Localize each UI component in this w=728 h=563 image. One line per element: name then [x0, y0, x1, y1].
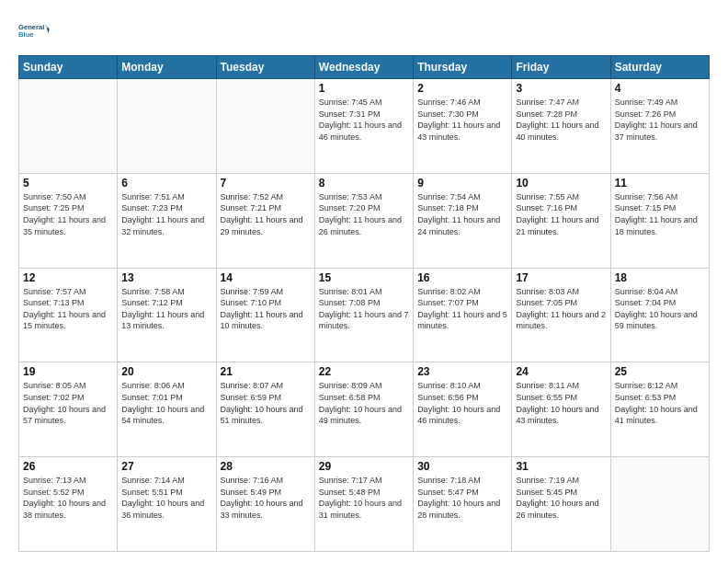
day-info: Sunrise: 7:53 AM Sunset: 7:20 PM Dayligh… — [319, 191, 409, 237]
page: GeneralBlue SundayMondayTuesdayWednesday… — [0, 0, 728, 563]
day-cell: 25Sunrise: 8:12 AM Sunset: 6:53 PM Dayli… — [610, 362, 709, 457]
week-row-1: 5Sunrise: 7:50 AM Sunset: 7:25 PM Daylig… — [19, 173, 710, 268]
day-number: 27 — [121, 460, 211, 473]
day-cell: 16Sunrise: 8:02 AM Sunset: 7:07 PM Dayli… — [414, 268, 512, 362]
day-info: Sunrise: 7:13 AM Sunset: 5:52 PM Dayligh… — [23, 475, 113, 521]
day-cell: 15Sunrise: 8:01 AM Sunset: 7:08 PM Dayli… — [314, 268, 413, 362]
svg-text:General: General — [18, 23, 44, 31]
day-info: Sunrise: 7:59 AM Sunset: 7:10 PM Dayligh… — [221, 286, 311, 332]
day-number: 20 — [121, 365, 211, 378]
day-cell: 17Sunrise: 8:03 AM Sunset: 7:05 PM Dayli… — [512, 268, 610, 362]
day-cell: 18Sunrise: 8:04 AM Sunset: 7:04 PM Dayli… — [610, 268, 709, 362]
day-number: 12 — [23, 271, 113, 284]
day-cell: 9Sunrise: 7:54 AM Sunset: 7:18 PM Daylig… — [414, 173, 512, 268]
day-cell: 14Sunrise: 7:59 AM Sunset: 7:10 PM Dayli… — [216, 268, 314, 362]
weekday-header-wednesday: Wednesday — [314, 56, 413, 79]
day-info: Sunrise: 8:09 AM Sunset: 6:58 PM Dayligh… — [319, 380, 409, 426]
day-number: 5 — [23, 177, 113, 190]
day-cell — [19, 79, 118, 174]
day-cell: 12Sunrise: 7:57 AM Sunset: 7:13 PM Dayli… — [19, 268, 118, 362]
day-cell: 20Sunrise: 8:06 AM Sunset: 7:01 PM Dayli… — [118, 362, 216, 457]
day-info: Sunrise: 7:45 AM Sunset: 7:31 PM Dayligh… — [319, 97, 409, 143]
day-cell: 19Sunrise: 8:05 AM Sunset: 7:02 PM Dayli… — [19, 362, 118, 457]
day-info: Sunrise: 8:02 AM Sunset: 7:07 PM Dayligh… — [417, 286, 507, 332]
day-info: Sunrise: 7:55 AM Sunset: 7:16 PM Dayligh… — [516, 191, 606, 237]
day-number: 13 — [121, 271, 211, 284]
day-cell: 30Sunrise: 7:18 AM Sunset: 5:47 PM Dayli… — [414, 457, 512, 552]
day-cell: 8Sunrise: 7:53 AM Sunset: 7:20 PM Daylig… — [314, 173, 413, 268]
day-number: 24 — [516, 365, 606, 378]
day-number: 18 — [615, 271, 705, 284]
day-info: Sunrise: 7:58 AM Sunset: 7:12 PM Dayligh… — [121, 286, 211, 332]
day-cell: 6Sunrise: 7:51 AM Sunset: 7:23 PM Daylig… — [118, 173, 216, 268]
day-cell — [216, 79, 314, 174]
day-cell: 2Sunrise: 7:46 AM Sunset: 7:30 PM Daylig… — [414, 79, 512, 174]
svg-text:Blue: Blue — [18, 30, 34, 39]
day-info: Sunrise: 8:12 AM Sunset: 6:53 PM Dayligh… — [615, 380, 705, 426]
week-row-4: 26Sunrise: 7:13 AM Sunset: 5:52 PM Dayli… — [19, 457, 710, 552]
calendar-table: SundayMondayTuesdayWednesdayThursdayFrid… — [18, 55, 710, 552]
day-info: Sunrise: 7:54 AM Sunset: 7:18 PM Dayligh… — [417, 191, 507, 237]
day-number: 29 — [319, 460, 409, 473]
day-number: 10 — [516, 177, 606, 190]
weekday-header-thursday: Thursday — [414, 56, 512, 79]
day-number: 4 — [615, 82, 705, 95]
week-row-3: 19Sunrise: 8:05 AM Sunset: 7:02 PM Dayli… — [19, 362, 710, 457]
day-number: 1 — [319, 82, 409, 95]
logo-icon: GeneralBlue — [18, 15, 51, 48]
day-info: Sunrise: 7:16 AM Sunset: 5:49 PM Dayligh… — [221, 475, 311, 521]
day-cell: 29Sunrise: 7:17 AM Sunset: 5:48 PM Dayli… — [314, 457, 413, 552]
day-info: Sunrise: 8:07 AM Sunset: 6:59 PM Dayligh… — [221, 380, 311, 426]
day-info: Sunrise: 8:03 AM Sunset: 7:05 PM Dayligh… — [516, 286, 606, 332]
day-cell: 31Sunrise: 7:19 AM Sunset: 5:45 PM Dayli… — [512, 457, 610, 552]
day-number: 14 — [221, 271, 311, 284]
day-cell: 5Sunrise: 7:50 AM Sunset: 7:25 PM Daylig… — [19, 173, 118, 268]
day-info: Sunrise: 8:04 AM Sunset: 7:04 PM Dayligh… — [615, 286, 705, 332]
day-info: Sunrise: 8:05 AM Sunset: 7:02 PM Dayligh… — [23, 380, 113, 426]
day-info: Sunrise: 7:51 AM Sunset: 7:23 PM Dayligh… — [121, 191, 211, 237]
weekday-header-saturday: Saturday — [610, 56, 709, 79]
day-cell — [610, 457, 709, 552]
header: GeneralBlue — [18, 15, 710, 48]
weekday-header-monday: Monday — [118, 56, 216, 79]
day-cell: 22Sunrise: 8:09 AM Sunset: 6:58 PM Dayli… — [314, 362, 413, 457]
day-info: Sunrise: 8:01 AM Sunset: 7:08 PM Dayligh… — [319, 286, 409, 332]
weekday-header-row: SundayMondayTuesdayWednesdayThursdayFrid… — [19, 56, 710, 79]
day-number: 17 — [516, 271, 606, 284]
day-number: 3 — [516, 82, 606, 95]
day-number: 9 — [417, 177, 507, 190]
day-cell: 26Sunrise: 7:13 AM Sunset: 5:52 PM Dayli… — [19, 457, 118, 552]
day-cell: 1Sunrise: 7:45 AM Sunset: 7:31 PM Daylig… — [314, 79, 413, 174]
day-cell: 7Sunrise: 7:52 AM Sunset: 7:21 PM Daylig… — [216, 173, 314, 268]
day-number: 31 — [516, 460, 606, 473]
day-number: 16 — [417, 271, 507, 284]
day-number: 15 — [319, 271, 409, 284]
day-cell: 4Sunrise: 7:49 AM Sunset: 7:26 PM Daylig… — [610, 79, 709, 174]
day-info: Sunrise: 7:46 AM Sunset: 7:30 PM Dayligh… — [417, 97, 507, 143]
weekday-header-sunday: Sunday — [19, 56, 118, 79]
day-cell: 11Sunrise: 7:56 AM Sunset: 7:15 PM Dayli… — [610, 173, 709, 268]
weekday-header-tuesday: Tuesday — [216, 56, 314, 79]
day-cell: 23Sunrise: 8:10 AM Sunset: 6:56 PM Dayli… — [414, 362, 512, 457]
day-cell: 3Sunrise: 7:47 AM Sunset: 7:28 PM Daylig… — [512, 79, 610, 174]
day-info: Sunrise: 7:49 AM Sunset: 7:26 PM Dayligh… — [615, 97, 705, 143]
logo: GeneralBlue — [18, 15, 55, 48]
day-number: 28 — [221, 460, 311, 473]
day-number: 11 — [615, 177, 705, 190]
day-info: Sunrise: 7:17 AM Sunset: 5:48 PM Dayligh… — [319, 475, 409, 521]
day-info: Sunrise: 8:10 AM Sunset: 6:56 PM Dayligh… — [417, 380, 507, 426]
day-number: 21 — [221, 365, 311, 378]
day-info: Sunrise: 7:52 AM Sunset: 7:21 PM Dayligh… — [221, 191, 311, 237]
week-row-0: 1Sunrise: 7:45 AM Sunset: 7:31 PM Daylig… — [19, 79, 710, 174]
day-cell — [118, 79, 216, 174]
day-info: Sunrise: 7:47 AM Sunset: 7:28 PM Dayligh… — [516, 97, 606, 143]
day-cell: 13Sunrise: 7:58 AM Sunset: 7:12 PM Dayli… — [118, 268, 216, 362]
day-number: 23 — [417, 365, 507, 378]
weekday-header-friday: Friday — [512, 56, 610, 79]
svg-marker-2 — [44, 23, 50, 29]
day-cell: 24Sunrise: 8:11 AM Sunset: 6:55 PM Dayli… — [512, 362, 610, 457]
day-number: 22 — [319, 365, 409, 378]
day-info: Sunrise: 7:18 AM Sunset: 5:47 PM Dayligh… — [417, 475, 507, 521]
day-cell: 10Sunrise: 7:55 AM Sunset: 7:16 PM Dayli… — [512, 173, 610, 268]
day-cell: 28Sunrise: 7:16 AM Sunset: 5:49 PM Dayli… — [216, 457, 314, 552]
